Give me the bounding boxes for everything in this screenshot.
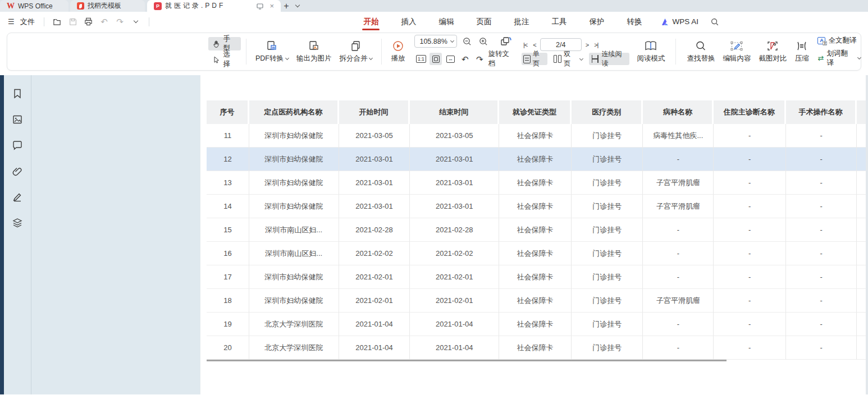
table-cell: - <box>643 265 714 289</box>
undo-icon[interactable]: ↶ <box>99 17 109 27</box>
main-menu-icon[interactable]: ☰ <box>8 17 15 26</box>
menu-tab-home[interactable]: 开始 <box>352 12 390 31</box>
word-translate-button[interactable]: ⇄ 划词翻译 <box>817 49 861 68</box>
read-mode-button[interactable]: 阅读模式 <box>633 39 669 65</box>
zoom-out-icon[interactable] <box>460 35 473 48</box>
save-icon[interactable] <box>68 17 78 27</box>
last-page-icon[interactable]: >| <box>592 42 600 48</box>
menu-tab-tools[interactable]: 工具 <box>540 12 578 31</box>
output-image-icon <box>308 40 320 52</box>
table-cell: 2021-02-01 <box>339 289 410 313</box>
signature-icon[interactable] <box>11 191 24 203</box>
single-page-icon <box>523 55 531 63</box>
table-cell: - <box>786 336 857 360</box>
rotate-right-icon[interactable]: ↷ <box>473 53 486 65</box>
rotate-doc-label[interactable]: 旋转文档 <box>488 49 515 68</box>
tab-docer-templates[interactable]: 找稻壳模板 <box>70 0 145 12</box>
table-row[interactable]: 17深圳市妇幼保健院2021-02-012021-02-01社会保障卡门诊挂号-… <box>207 265 868 289</box>
comment-icon[interactable] <box>11 139 24 151</box>
table-cell: - <box>786 124 857 148</box>
detach-window-icon[interactable] <box>255 1 265 11</box>
table-cell: 2021-01-04 <box>410 313 499 336</box>
table-cell: 深圳市妇幼保健院 <box>249 265 339 289</box>
hand-tool-button[interactable]: 手型 <box>208 37 241 50</box>
menu-tab-page[interactable]: 页面 <box>465 12 502 31</box>
table-row[interactable]: 19北京大学深圳医院2021-01-042021-01-04社会保障卡门诊挂号-… <box>207 313 868 336</box>
layers-icon[interactable] <box>11 217 24 229</box>
table-cell: 2021-03-01 <box>410 171 499 195</box>
compress-button[interactable]: 压缩 <box>791 39 813 65</box>
table-cell: - <box>643 242 714 265</box>
column-header: 病种名称 <box>643 100 714 124</box>
print-icon[interactable] <box>84 17 94 27</box>
split-merge-button[interactable]: 拆分合并 <box>335 39 376 65</box>
menu-tab-protect[interactable]: 保护 <box>578 12 615 31</box>
table-cell: 2021-02-28 <box>410 218 499 242</box>
search-icon[interactable] <box>710 17 720 27</box>
table-cell: 子宫平滑肌瘤 <box>643 289 714 313</box>
table-cell: 社会保障卡 <box>499 242 572 265</box>
table-row[interactable]: 12深圳市妇幼保健院2021-03-012021-03-01社会保障卡门诊挂号-… <box>207 148 868 171</box>
menu-tab-comment[interactable]: 批注 <box>502 12 540 31</box>
fit-width-button[interactable]: ↔ <box>444 53 456 65</box>
find-replace-button[interactable]: 查找替换 <box>683 39 719 65</box>
table-cell: - <box>786 195 857 218</box>
pdf-page[interactable]: 序号定点医药机构名称开始时间结束时间就诊凭证类型医疗类别病种名称住院主诊断名称手… <box>200 75 868 394</box>
table-row[interactable]: 14深圳市妇幼保健院2021-03-012021-03-01社会保障卡门诊挂号子… <box>207 195 868 218</box>
redo-icon[interactable]: ↷ <box>115 17 125 27</box>
column-header: 序号 <box>207 100 249 124</box>
navigation-panel[interactable] <box>31 75 200 394</box>
actual-size-button[interactable]: 1:1 <box>414 53 427 65</box>
table-row[interactable]: 11深圳市妇幼保健院2021-03-052021-03-05社会保障卡门诊挂号病… <box>207 124 868 148</box>
output-image-button[interactable]: 输出为图片 <box>293 39 336 65</box>
zoom-in-icon[interactable] <box>477 35 490 48</box>
tab-document-active[interactable]: P 就医记录.PDF × <box>147 0 281 12</box>
select-tool-button[interactable]: 选择 <box>208 53 241 66</box>
next-page-icon[interactable]: > <box>584 42 590 48</box>
open-file-icon[interactable] <box>52 17 62 27</box>
menu-tab-convert[interactable]: 转换 <box>615 12 653 31</box>
screenshot-compare-button[interactable]: 截图对比 <box>755 39 791 65</box>
fit-page-button[interactable] <box>430 53 442 65</box>
tab-list-chevron-icon[interactable] <box>292 0 303 12</box>
quickbar-chevron-icon[interactable] <box>131 17 141 27</box>
table-row[interactable]: 15深圳市南山区妇...2021-02-282021-02-28社会保障卡门诊挂… <box>207 218 868 242</box>
tab-wps-office[interactable]: W WPS Office <box>0 0 68 12</box>
menu-tab-edit[interactable]: 编辑 <box>427 12 465 31</box>
table-row[interactable]: 16深圳市南山区妇...2021-02-022021-02-02社会保障卡门诊挂… <box>207 242 868 265</box>
double-page-button[interactable]: 双页 <box>552 53 584 65</box>
pdf-convert-button[interactable]: W PDF转换 <box>252 39 293 65</box>
table-row[interactable]: 20北京大学深圳医院2021-01-042021-01-04社会保障卡门诊挂号-… <box>207 336 868 360</box>
table-row[interactable]: 13深圳市妇幼保健院2021-03-012021-03-01社会保障卡门诊挂号子… <box>207 171 868 195</box>
screenshot-compare-icon <box>766 40 779 52</box>
table-cell: 门诊挂号 <box>572 124 643 148</box>
find-replace-icon <box>695 40 707 52</box>
table-cell: 深圳市妇幼保健院 <box>249 124 339 148</box>
table-cell: 2021-02-01 <box>339 265 410 289</box>
wps-ai-button[interactable]: WPS AI <box>653 17 706 26</box>
table-cell: 深圳市南山区妇... <box>249 218 339 242</box>
new-tab-button[interactable]: + <box>281 0 292 12</box>
table-cell: 2021-03-05 <box>339 124 410 148</box>
file-menu[interactable]: 文件 <box>20 17 35 27</box>
thumbnail-icon[interactable] <box>11 113 24 126</box>
first-page-icon[interactable]: |< <box>522 42 529 48</box>
continuous-read-button[interactable]: 连续阅读 <box>589 53 630 65</box>
prev-page-icon[interactable]: < <box>531 42 537 48</box>
menu-tab-insert[interactable]: 插入 <box>390 12 427 31</box>
close-tab-icon[interactable]: × <box>269 2 274 10</box>
single-page-button[interactable]: 单页 <box>522 53 547 65</box>
table-cell: 19 <box>207 313 249 336</box>
play-button[interactable]: 播放 <box>387 39 409 65</box>
table-cell: - <box>714 124 786 148</box>
rotate-left-icon[interactable]: ↶ <box>459 53 471 65</box>
bookmark-icon[interactable] <box>11 88 24 100</box>
attachment-icon[interactable] <box>11 165 24 177</box>
zoom-level-select[interactable]: 105.88% <box>414 35 457 48</box>
table-cell: 2021-02-01 <box>410 265 499 289</box>
table-row[interactable]: 18深圳市妇幼保健院2021-02-012021-02-01社会保障卡门诊挂号子… <box>207 289 868 313</box>
edit-content-button[interactable]: 编辑内容 <box>719 39 755 65</box>
menu-bar: ☰ 文件 ↶ ↷ 开始 插入 编辑 页面 批注 工具 保护 转换 <box>0 12 868 31</box>
full-translate-button[interactable]: A文 全文翻译 <box>817 36 861 45</box>
table-cell: 社会保障卡 <box>499 124 572 148</box>
